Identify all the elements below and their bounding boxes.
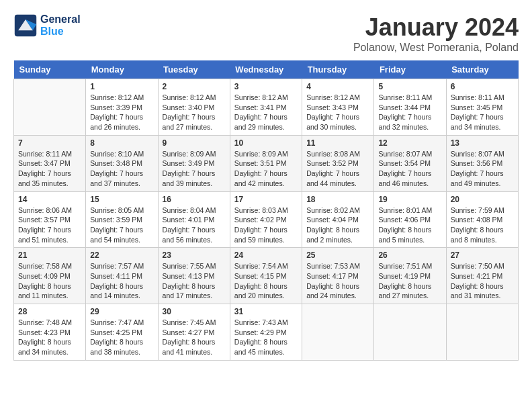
day-number: 10 [234,138,298,148]
calendar-table: Sunday Monday Tuesday Wednesday Thursday… [13,60,519,361]
calendar-week-row: 14Sunrise: 8:06 AM Sunset: 3:57 PM Dayli… [14,191,519,248]
table-row: 23Sunrise: 7:55 AM Sunset: 4:13 PM Dayli… [158,248,230,304]
day-info: Sunrise: 8:02 AM Sunset: 4:04 PM Dayligh… [306,205,369,245]
table-row: 2Sunrise: 8:12 AM Sunset: 3:40 PM Daylig… [158,79,230,136]
col-monday: Monday [86,60,158,79]
day-number: 22 [90,250,153,260]
table-row: 6Sunrise: 8:11 AM Sunset: 3:45 PM Daylig… [446,79,518,136]
table-row: 12Sunrise: 8:07 AM Sunset: 3:54 PM Dayli… [374,135,446,191]
day-info: Sunrise: 8:11 AM Sunset: 3:45 PM Dayligh… [451,93,514,132]
table-row: 25Sunrise: 7:53 AM Sunset: 4:17 PM Dayli… [302,248,374,304]
table-row: 17Sunrise: 8:03 AM Sunset: 4:02 PM Dayli… [230,191,302,248]
day-info: Sunrise: 7:54 AM Sunset: 4:15 PM Dayligh… [234,261,298,301]
day-info: Sunrise: 8:07 AM Sunset: 3:56 PM Dayligh… [451,149,514,189]
day-number: 9 [163,138,226,148]
table-row [446,304,518,361]
day-info: Sunrise: 7:55 AM Sunset: 4:13 PM Dayligh… [163,261,226,301]
day-info: Sunrise: 7:53 AM Sunset: 4:17 PM Dayligh… [306,261,369,301]
month-title: January 2024 [353,13,519,42]
day-info: Sunrise: 7:57 AM Sunset: 4:11 PM Dayligh… [90,261,153,301]
table-row: 16Sunrise: 8:04 AM Sunset: 4:01 PM Dayli… [158,191,230,248]
day-info: Sunrise: 8:01 AM Sunset: 4:06 PM Dayligh… [378,205,441,245]
table-row: 10Sunrise: 8:09 AM Sunset: 3:51 PM Dayli… [230,135,302,191]
day-info: Sunrise: 8:09 AM Sunset: 3:51 PM Dayligh… [234,149,298,189]
day-number: 7 [18,138,81,148]
title-block: January 2024 Polanow, West Pomerania, Po… [353,13,519,54]
calendar-week-row: 21Sunrise: 7:58 AM Sunset: 4:09 PM Dayli… [14,248,519,304]
day-number: 14 [18,195,81,204]
day-number: 30 [163,307,226,316]
day-number: 15 [90,195,153,204]
day-info: Sunrise: 7:58 AM Sunset: 4:09 PM Dayligh… [18,261,81,301]
logo-text: General Blue [40,13,81,38]
table-row: 26Sunrise: 7:51 AM Sunset: 4:19 PM Dayli… [374,248,446,304]
table-row: 7Sunrise: 8:11 AM Sunset: 3:47 PM Daylig… [14,135,86,191]
table-row [302,304,374,361]
day-info: Sunrise: 8:12 AM Sunset: 3:40 PM Dayligh… [163,93,226,132]
table-row [14,79,86,136]
day-info: Sunrise: 8:08 AM Sunset: 3:52 PM Dayligh… [306,149,369,189]
day-info: Sunrise: 8:03 AM Sunset: 4:02 PM Dayligh… [234,205,298,245]
calendar-week-row: 28Sunrise: 7:48 AM Sunset: 4:23 PM Dayli… [14,304,519,361]
day-number: 12 [378,138,441,148]
day-info: Sunrise: 8:10 AM Sunset: 3:48 PM Dayligh… [90,149,153,189]
day-number: 20 [451,195,514,204]
col-tuesday: Tuesday [158,60,230,79]
logo-line1: General [40,13,81,26]
col-thursday: Thursday [302,60,374,79]
table-row: 24Sunrise: 7:54 AM Sunset: 4:15 PM Dayli… [230,248,302,304]
day-info: Sunrise: 7:43 AM Sunset: 4:29 PM Dayligh… [234,318,298,357]
day-number: 4 [306,82,369,91]
logo-line2: Blue [40,26,81,38]
day-info: Sunrise: 8:12 AM Sunset: 3:43 PM Dayligh… [306,93,369,132]
table-row: 22Sunrise: 7:57 AM Sunset: 4:11 PM Dayli… [86,248,158,304]
day-number: 8 [90,138,153,148]
day-number: 26 [378,250,441,260]
day-number: 16 [163,195,226,204]
day-info: Sunrise: 8:11 AM Sunset: 3:44 PM Dayligh… [378,93,441,132]
day-info: Sunrise: 8:12 AM Sunset: 3:39 PM Dayligh… [90,93,153,132]
day-number: 17 [234,195,298,204]
day-info: Sunrise: 7:59 AM Sunset: 4:08 PM Dayligh… [451,205,514,245]
day-number: 25 [306,250,369,260]
logo: General Blue [13,13,81,38]
table-row: 27Sunrise: 7:50 AM Sunset: 4:21 PM Dayli… [446,248,518,304]
day-info: Sunrise: 7:51 AM Sunset: 4:19 PM Dayligh… [378,261,441,301]
day-number: 31 [234,307,298,316]
table-row: 9Sunrise: 8:09 AM Sunset: 3:49 PM Daylig… [158,135,230,191]
day-number: 13 [451,138,514,148]
location: Polanow, West Pomerania, Poland [353,42,519,54]
day-number: 2 [163,82,226,91]
day-info: Sunrise: 7:50 AM Sunset: 4:21 PM Dayligh… [451,261,514,301]
table-row: 5Sunrise: 8:11 AM Sunset: 3:44 PM Daylig… [374,79,446,136]
day-info: Sunrise: 7:47 AM Sunset: 4:25 PM Dayligh… [90,318,153,357]
table-row: 20Sunrise: 7:59 AM Sunset: 4:08 PM Dayli… [446,191,518,248]
table-row: 18Sunrise: 8:02 AM Sunset: 4:04 PM Dayli… [302,191,374,248]
day-info: Sunrise: 8:12 AM Sunset: 3:41 PM Dayligh… [234,93,298,132]
day-number: 21 [18,250,81,260]
table-row: 13Sunrise: 8:07 AM Sunset: 3:56 PM Dayli… [446,135,518,191]
day-info: Sunrise: 8:09 AM Sunset: 3:49 PM Dayligh… [163,149,226,189]
table-row: 8Sunrise: 8:10 AM Sunset: 3:48 PM Daylig… [86,135,158,191]
col-wednesday: Wednesday [230,60,302,79]
table-row: 15Sunrise: 8:05 AM Sunset: 3:59 PM Dayli… [86,191,158,248]
day-info: Sunrise: 7:48 AM Sunset: 4:23 PM Dayligh… [18,318,81,357]
day-number: 5 [378,82,441,91]
day-number: 3 [234,82,298,91]
table-row: 28Sunrise: 7:48 AM Sunset: 4:23 PM Dayli… [14,304,86,361]
logo-icon [13,13,38,38]
day-number: 19 [378,195,441,204]
table-row: 14Sunrise: 8:06 AM Sunset: 3:57 PM Dayli… [14,191,86,248]
page-header: General Blue January 2024 Polanow, West … [13,13,519,54]
table-row: 29Sunrise: 7:47 AM Sunset: 4:25 PM Dayli… [86,304,158,361]
day-info: Sunrise: 7:45 AM Sunset: 4:27 PM Dayligh… [163,318,226,357]
table-row: 30Sunrise: 7:45 AM Sunset: 4:27 PM Dayli… [158,304,230,361]
day-number: 24 [234,250,298,260]
table-row: 1Sunrise: 8:12 AM Sunset: 3:39 PM Daylig… [86,79,158,136]
day-number: 29 [90,307,153,316]
day-number: 23 [163,250,226,260]
day-number: 11 [306,138,369,148]
day-number: 6 [451,82,514,91]
calendar-week-row: 7Sunrise: 8:11 AM Sunset: 3:47 PM Daylig… [14,135,519,191]
day-info: Sunrise: 8:11 AM Sunset: 3:47 PM Dayligh… [18,149,81,189]
